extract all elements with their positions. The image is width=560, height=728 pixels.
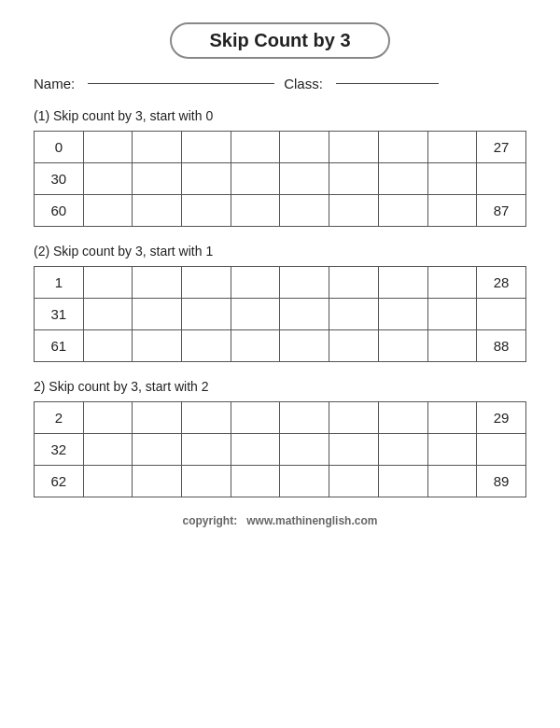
table-cell[interactable] bbox=[280, 330, 329, 362]
table-cell[interactable] bbox=[83, 267, 133, 299]
section-label-2: (2) Skip count by 3, start with 1 bbox=[34, 244, 526, 259]
table-cell[interactable]: 29 bbox=[477, 402, 526, 434]
table-cell[interactable] bbox=[133, 434, 182, 466]
table-cell[interactable] bbox=[231, 267, 280, 299]
table-cell[interactable] bbox=[280, 195, 329, 227]
table-cell[interactable]: 88 bbox=[477, 330, 526, 362]
table-cell[interactable] bbox=[182, 434, 231, 466]
table-cell[interactable] bbox=[83, 330, 133, 362]
table-cell[interactable]: 61 bbox=[35, 330, 84, 362]
table-cell[interactable] bbox=[427, 299, 477, 330]
table-cell[interactable] bbox=[329, 267, 379, 299]
table-cell[interactable] bbox=[427, 132, 477, 163]
class-line[interactable] bbox=[336, 83, 439, 84]
table-cell[interactable] bbox=[378, 267, 427, 299]
table-cell[interactable] bbox=[182, 132, 231, 163]
table-cell[interactable]: 2 bbox=[35, 402, 84, 434]
table-cell[interactable] bbox=[133, 267, 182, 299]
table-cell[interactable] bbox=[378, 402, 427, 434]
table-cell[interactable] bbox=[378, 434, 427, 466]
table-cell[interactable] bbox=[427, 466, 477, 497]
table-cell[interactable] bbox=[182, 330, 231, 362]
table-cell[interactable]: 1 bbox=[35, 267, 84, 299]
table-cell[interactable] bbox=[83, 163, 133, 195]
table-cell[interactable] bbox=[231, 434, 280, 466]
table-cell[interactable]: 28 bbox=[477, 267, 526, 299]
table-cell[interactable]: 31 bbox=[35, 299, 84, 330]
table-cell[interactable] bbox=[280, 434, 329, 466]
table-cell[interactable] bbox=[231, 195, 280, 227]
table-cell[interactable] bbox=[427, 402, 477, 434]
name-line[interactable] bbox=[88, 83, 274, 84]
table-row: 6087 bbox=[35, 195, 526, 227]
table-cell[interactable]: 30 bbox=[35, 163, 84, 195]
table-row: 6289 bbox=[35, 466, 526, 497]
table-cell[interactable] bbox=[477, 434, 526, 466]
table-cell[interactable] bbox=[182, 402, 231, 434]
table-cell[interactable] bbox=[231, 330, 280, 362]
table-cell[interactable] bbox=[329, 132, 379, 163]
table-cell[interactable] bbox=[83, 466, 133, 497]
table-cell[interactable] bbox=[231, 132, 280, 163]
table-cell[interactable]: 27 bbox=[477, 132, 526, 163]
table-cell[interactable] bbox=[378, 330, 427, 362]
table-cell[interactable] bbox=[83, 132, 133, 163]
table-cell[interactable] bbox=[280, 299, 329, 330]
table-cell[interactable] bbox=[231, 163, 280, 195]
table-cell[interactable] bbox=[133, 299, 182, 330]
table-cell[interactable] bbox=[182, 466, 231, 497]
table-cell[interactable] bbox=[231, 299, 280, 330]
table-cell[interactable] bbox=[378, 466, 427, 497]
table-cell[interactable] bbox=[231, 466, 280, 497]
table-cell[interactable] bbox=[280, 402, 329, 434]
table-cell[interactable] bbox=[83, 299, 133, 330]
table-cell[interactable] bbox=[182, 163, 231, 195]
table-cell[interactable] bbox=[477, 299, 526, 330]
table-cell[interactable] bbox=[133, 402, 182, 434]
table-cell[interactable]: 87 bbox=[477, 195, 526, 227]
table-cell[interactable] bbox=[329, 434, 379, 466]
table-cell[interactable] bbox=[83, 402, 133, 434]
table-cell[interactable] bbox=[133, 163, 182, 195]
table-cell[interactable]: 62 bbox=[35, 466, 84, 497]
table-cell[interactable] bbox=[378, 299, 427, 330]
table-cell[interactable] bbox=[280, 466, 329, 497]
table-cell[interactable] bbox=[133, 195, 182, 227]
table-cell[interactable] bbox=[427, 434, 477, 466]
table-cell[interactable]: 89 bbox=[477, 466, 526, 497]
table-cell[interactable] bbox=[182, 195, 231, 227]
table-cell[interactable] bbox=[280, 267, 329, 299]
copyright-url: www.mathinenglish.com bbox=[246, 514, 377, 527]
worksheet-title: Skip Count by 3 bbox=[170, 22, 389, 59]
table-cell[interactable] bbox=[427, 195, 477, 227]
table-cell[interactable] bbox=[182, 299, 231, 330]
table-cell[interactable] bbox=[133, 132, 182, 163]
grid-table-1: 027306087 bbox=[34, 131, 526, 227]
table-cell[interactable] bbox=[378, 132, 427, 163]
table-cell[interactable] bbox=[329, 299, 379, 330]
table-cell[interactable] bbox=[427, 163, 477, 195]
table-cell[interactable] bbox=[378, 195, 427, 227]
table-cell[interactable] bbox=[182, 267, 231, 299]
table-cell[interactable] bbox=[329, 163, 379, 195]
table-cell[interactable] bbox=[427, 330, 477, 362]
table-cell[interactable] bbox=[329, 195, 379, 227]
table-cell[interactable] bbox=[427, 267, 477, 299]
table-cell[interactable] bbox=[83, 434, 133, 466]
table-cell[interactable] bbox=[83, 195, 133, 227]
table-cell[interactable]: 0 bbox=[35, 132, 84, 163]
table-cell[interactable] bbox=[329, 330, 379, 362]
table-cell[interactable] bbox=[280, 132, 329, 163]
table-cell[interactable] bbox=[378, 163, 427, 195]
table-row: 128 bbox=[35, 267, 526, 299]
table-cell[interactable] bbox=[280, 163, 329, 195]
table-cell[interactable]: 32 bbox=[35, 434, 84, 466]
table-cell[interactable] bbox=[133, 466, 182, 497]
table-cell[interactable] bbox=[133, 330, 182, 362]
table-cell[interactable] bbox=[329, 466, 379, 497]
table-cell[interactable] bbox=[329, 402, 379, 434]
table-cell[interactable]: 60 bbox=[35, 195, 84, 227]
table-cell[interactable] bbox=[231, 402, 280, 434]
section-label-3: 2) Skip count by 3, start with 2 bbox=[34, 379, 526, 394]
table-cell[interactable] bbox=[477, 163, 526, 195]
